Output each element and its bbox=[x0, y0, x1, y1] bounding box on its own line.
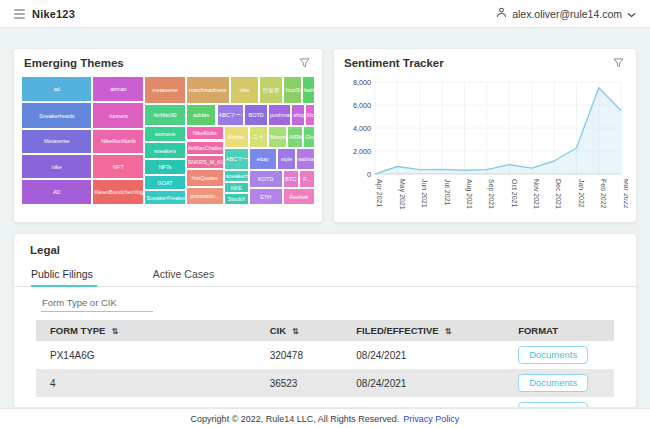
treemap-tile-label: NFT bbox=[112, 164, 125, 170]
user-menu[interactable]: alex.oliver@rule14.com bbox=[496, 7, 636, 20]
treemap-tile[interactable]: shop... bbox=[291, 104, 304, 126]
treemap-tile[interactable]: F... bbox=[299, 170, 315, 188]
sentiment-chart: 02,0004,0006,0008,000Apr 2021May 2021Jun… bbox=[334, 74, 636, 224]
treemap-tile[interactable]: ad bbox=[21, 76, 92, 102]
sort-icon[interactable]: ⇅ bbox=[292, 327, 299, 336]
treemap-tile-label: ABCマート bbox=[225, 156, 248, 162]
treemap-tile[interactable]: nike bbox=[21, 154, 92, 179]
treemap-tile[interactable]: runners bbox=[92, 102, 144, 128]
cell-cik: 36523 bbox=[256, 373, 343, 394]
treemap-tile[interactable]: ABCマート bbox=[224, 148, 249, 170]
column-format: FORMAT bbox=[504, 320, 614, 341]
treemap-tile[interactable]: NFTs bbox=[144, 159, 185, 175]
treemap-tile-label: poshmark bbox=[269, 112, 291, 118]
treemap-tile[interactable]: AirMaxChallenge bbox=[186, 141, 224, 155]
table-row: PX14A6G32047808/24/2021Documents bbox=[36, 341, 614, 369]
treemap-tile-label: BOTD bbox=[248, 112, 265, 118]
treemap-tile[interactable]: Kicks... bbox=[305, 104, 315, 126]
treemap-tile-label: runners bbox=[108, 113, 129, 119]
treemap-tile-label: Sneakerheads bbox=[38, 113, 75, 119]
treemap-tile[interactable]: KarenBundchenVogue bbox=[92, 179, 144, 205]
treemap-tile[interactable]: metaverse bbox=[144, 76, 185, 104]
treemap-tile[interactable]: Sneakerheads bbox=[21, 102, 92, 128]
treemap-tile-label: ad bbox=[53, 86, 61, 92]
treemap-tile-label: NKE bbox=[230, 185, 243, 191]
treemap-tile-label: SneakerFreakerTeam bbox=[145, 195, 184, 201]
y-axis-tick-label: 2,000 bbox=[353, 147, 371, 156]
cell-form-type: 4 bbox=[36, 373, 256, 394]
treemap-tile[interactable]: SneakerFreakerTeam bbox=[144, 190, 185, 205]
treemap-tile[interactable]: SNKRS_M_KI bbox=[186, 155, 224, 169]
documents-button[interactable]: Documents bbox=[518, 374, 588, 392]
footer: Copyright © 2022, Rule14 LLC, All Rights… bbox=[0, 408, 650, 428]
y-axis-tick-label: 0 bbox=[367, 170, 371, 179]
filter-icon[interactable] bbox=[297, 56, 312, 70]
treemap-tile[interactable]: BOTD bbox=[244, 104, 268, 126]
treemap-tile[interactable]: Bitcoin bbox=[268, 126, 287, 148]
brand-title: Nike123 bbox=[32, 8, 75, 20]
treemap-tile[interactable]: GOAT bbox=[144, 175, 185, 190]
x-axis-tick-label: Feb 2022 bbox=[600, 179, 607, 209]
legal-panel: Legal Public Filings Active Cases FORM T… bbox=[13, 233, 637, 408]
cell-cik: 365214 bbox=[256, 401, 343, 409]
treemap-tile[interactable]: sneakers bbox=[144, 142, 185, 159]
treemap-tile[interactable]: AirMax90 bbox=[144, 104, 185, 125]
sort-icon[interactable]: ⇅ bbox=[111, 327, 118, 336]
treemap-tile[interactable]: ebay bbox=[249, 148, 277, 170]
cell-filed-effective: 08/24/2021 bbox=[342, 373, 504, 394]
treemap-tile-label: 한정판 bbox=[262, 87, 281, 93]
treemap-tile-label: airmax bbox=[109, 86, 128, 92]
treemap-tile[interactable]: ニキ bbox=[249, 126, 268, 148]
privacy-policy-link[interactable]: Privacy Policy bbox=[403, 414, 459, 424]
treemap-tile[interactable]: NFT bbox=[92, 154, 144, 179]
treemap-tile-label: KOTD bbox=[257, 176, 274, 182]
filter-icon[interactable] bbox=[611, 56, 626, 70]
treemap-tile[interactable]: fashion bbox=[302, 76, 315, 104]
treemap-tile-label: NFTs bbox=[158, 164, 173, 170]
treemap-tile-label: shop... bbox=[292, 112, 303, 118]
tab-active-cases[interactable]: Active Cases bbox=[153, 264, 228, 286]
treemap-tile[interactable]: Giveaway bbox=[303, 126, 315, 148]
treemap-tile[interactable]: style bbox=[277, 148, 296, 170]
treemap-tile[interactable]: NKE bbox=[224, 182, 249, 194]
treemap-tile[interactable]: womens bbox=[144, 126, 185, 143]
tab-public-filings[interactable]: Public Filings bbox=[31, 264, 107, 286]
y-axis-tick-label: 6,000 bbox=[353, 101, 371, 110]
treemap-tile[interactable]: AirMax bbox=[224, 126, 249, 148]
treemap-tile[interactable]: BTC bbox=[283, 170, 299, 188]
form-type-cik-input[interactable] bbox=[41, 295, 153, 312]
treemap-tile[interactable]: StockX bbox=[224, 193, 249, 205]
treemap-tile[interactable]: marchmadness bbox=[186, 76, 230, 104]
x-axis-tick-label: Jul 2021 bbox=[444, 179, 451, 206]
x-axis-tick-label: Mar 2022 bbox=[623, 179, 628, 209]
treemap-tile-label: F... bbox=[302, 176, 311, 182]
treemap-tile[interactable]: ETH bbox=[249, 188, 283, 205]
user-email: alex.oliver@rule14.com bbox=[512, 8, 622, 20]
treemap-tile[interactable]: AD bbox=[21, 179, 92, 205]
treemap-tile[interactable]: poshmark bbox=[268, 104, 292, 126]
treemap-tile[interactable]: KOTD bbox=[249, 170, 283, 188]
x-axis-tick-label: Jan 2022 bbox=[578, 179, 585, 208]
treemap-tile[interactable]: Metaverse bbox=[21, 129, 92, 154]
treemap-tile[interactable]: NikeKicks bbox=[186, 126, 224, 140]
treemap-tile[interactable]: walmart bbox=[296, 148, 315, 170]
documents-button[interactable]: Documents bbox=[518, 346, 588, 364]
treemap-tile[interactable]: airmax bbox=[92, 76, 144, 102]
treemap-tile[interactable]: sneakerhead bbox=[224, 170, 249, 182]
treemap-tile[interactable]: YourSn... bbox=[283, 76, 302, 104]
treemap-tile[interactable]: ABCマート bbox=[217, 104, 245, 126]
x-axis-tick-label: Nov 2021 bbox=[533, 179, 540, 209]
treemap-tile[interactable]: nike bbox=[230, 76, 259, 104]
treemap-tile[interactable]: Reebok bbox=[283, 188, 315, 205]
treemap-tile[interactable]: NikeRunNorth bbox=[92, 129, 144, 154]
treemap-tile[interactable]: promotion... bbox=[186, 187, 224, 205]
treemap-tile[interactable]: HotQuotes bbox=[186, 169, 224, 187]
treemap-tile[interactable]: 한정판 bbox=[259, 76, 283, 104]
treemap-tile[interactable]: adidas bbox=[186, 104, 217, 126]
menu-icon[interactable] bbox=[14, 9, 25, 19]
sort-icon[interactable]: ⇅ bbox=[445, 327, 452, 336]
treemap-tile[interactable]: AIRMAX bbox=[287, 126, 303, 148]
treemap-tile-label: sneakerhead bbox=[225, 173, 248, 179]
x-axis-tick-label: May 2021 bbox=[398, 179, 406, 210]
treemap-tile-label: Giveaway bbox=[304, 134, 314, 140]
